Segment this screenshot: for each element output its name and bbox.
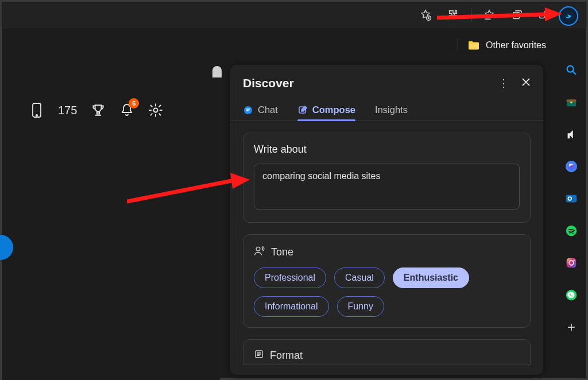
write-about-input[interactable] [254,164,520,210]
favorites-divider [458,39,458,52]
instagram-icon[interactable] [564,255,579,270]
extensions-icon[interactable] [447,9,459,21]
search-icon[interactable] [564,63,579,77]
feedback-button[interactable] [0,235,13,260]
games-icon[interactable] [564,127,579,142]
share-icon[interactable] [538,9,551,21]
tab-compose-label: Compose [312,104,355,115]
svg-point-11 [568,197,571,200]
tone-chip-professional[interactable]: Professional [254,267,326,288]
tone-chip-enthusiastic[interactable]: Enthusiastic [393,267,469,288]
tab-insights[interactable]: Insights [375,100,408,121]
spotify-icon[interactable] [564,223,579,238]
discover-header: Discover ⋮ [230,75,543,96]
scrollbar-thumb[interactable] [212,66,222,77]
format-icon [254,349,264,362]
favorites-icon[interactable] [483,9,496,21]
toolbar-divider [471,9,471,21]
office-icon[interactable] [564,159,579,174]
tone-icon [254,245,265,259]
notifications-button[interactable]: 6 [119,103,134,118]
browser-toolbar [2,2,586,28]
tone-chip-funny[interactable]: Funny [337,296,384,317]
page-content: 175 6 [2,59,220,380]
compose-body: Write about Tone ProfessionalCasualEnthu… [230,121,543,375]
folder-icon[interactable] [467,40,480,51]
tab-chat[interactable]: Chat [243,100,278,121]
rewards-points[interactable]: 175 [58,104,77,117]
add-favorite-icon[interactable] [419,9,432,21]
settings-icon[interactable] [148,103,163,118]
tab-insights-label: Insights [375,104,408,115]
viewport: Other favorites + [0,0,588,380]
tab-compose[interactable]: Compose [297,100,355,121]
notification-count-badge: 6 [129,98,139,108]
collections-icon[interactable] [510,9,523,21]
svg-point-8 [566,161,577,172]
discover-tabs: Chat Compose Insights [230,96,543,121]
svg-point-20 [244,106,252,114]
add-sidebar-item[interactable]: + [564,320,579,335]
write-about-card: Write about [243,133,531,223]
svg-point-19 [154,108,158,113]
trophy-icon[interactable] [91,103,106,118]
format-card: Format [243,339,531,365]
tab-chat-label: Chat [258,104,278,115]
tone-label: Tone [271,246,293,258]
outlook-icon[interactable] [564,191,579,206]
whatsapp-icon[interactable] [564,288,579,303]
more-options-icon[interactable]: ⋮ [498,77,509,90]
svg-rect-13 [567,258,577,268]
favorites-bar: Other favorites [2,35,552,56]
svg-rect-7 [570,102,572,103]
tone-chips: ProfessionalCasualEnthusiasticInformatio… [254,267,520,317]
discover-title: Discover [243,76,294,90]
svg-point-22 [256,247,260,251]
discover-panel: Discover ⋮ Chat Compose [230,65,543,375]
phone-icon[interactable] [29,103,44,118]
tone-chip-casual[interactable]: Casual [334,267,385,288]
svg-point-15 [573,259,574,261]
close-icon[interactable] [521,77,531,90]
svg-rect-6 [567,99,576,102]
tone-chip-informational[interactable]: Informational [254,296,329,317]
rewards-row: 175 6 [29,103,163,118]
other-favorites-label[interactable]: Other favorites [486,40,546,51]
chat-icon [243,105,253,115]
format-label: Format [270,350,303,362]
write-about-label: Write about [254,144,520,156]
compose-icon [297,105,308,115]
tone-card: Tone ProfessionalCasualEnthusiasticInfor… [243,234,531,328]
shopping-icon[interactable] [564,95,579,110]
edge-sidebar: + [560,63,583,335]
svg-point-18 [36,115,37,116]
svg-rect-2 [540,13,544,18]
bing-sidebar-button[interactable] [559,6,578,26]
